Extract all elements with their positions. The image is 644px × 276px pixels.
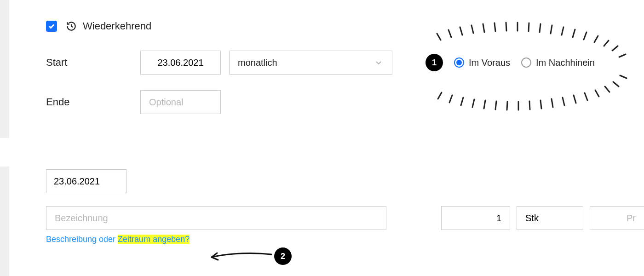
radio-retro-circle xyxy=(521,58,531,68)
unit-input[interactable] xyxy=(517,206,583,230)
quantity-input[interactable] xyxy=(441,206,510,230)
radio-advance-label: Im Voraus xyxy=(469,58,510,68)
end-date-input[interactable] xyxy=(140,90,221,114)
description-input[interactable] xyxy=(46,206,386,230)
history-icon xyxy=(65,20,77,32)
frequency-select[interactable]: monatlich xyxy=(229,51,392,75)
left-rail-top xyxy=(0,0,9,138)
line-item-date-input[interactable] xyxy=(46,169,126,193)
start-date-input[interactable] xyxy=(140,51,221,75)
recurring-label: Wiederkehrend xyxy=(83,20,151,32)
link-part1: Beschreibung oder xyxy=(46,235,118,244)
radio-retroactive[interactable]: Im Nachhinein xyxy=(521,58,595,68)
check-icon xyxy=(48,23,55,30)
price-input[interactable] xyxy=(590,206,644,230)
start-label: Start xyxy=(46,57,140,69)
callout-badge-1: 1 xyxy=(426,54,443,71)
arrow-annotation xyxy=(205,249,274,263)
end-label: Ende xyxy=(46,96,140,108)
recurring-checkbox[interactable] xyxy=(46,21,57,32)
radio-advance[interactable]: Im Voraus xyxy=(454,58,510,68)
left-rail-bottom xyxy=(0,167,9,276)
frequency-value: monatlich xyxy=(238,58,277,68)
radio-advance-circle xyxy=(454,58,464,68)
callout-badge-2: 2 xyxy=(274,247,292,265)
radio-retro-label: Im Nachhinein xyxy=(536,58,595,68)
link-part2-highlight: Zeitraum angeben? xyxy=(118,235,190,244)
chevron-down-icon xyxy=(374,58,383,67)
add-description-link[interactable]: Beschreibung oder Zeitraum angeben? xyxy=(46,235,644,244)
